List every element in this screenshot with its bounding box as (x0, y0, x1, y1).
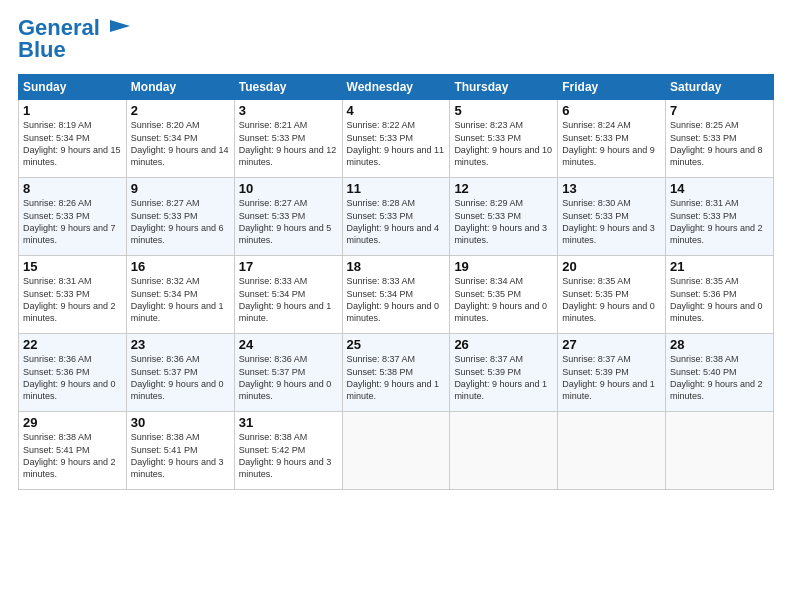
day-number: 22 (23, 337, 122, 352)
week-row-3: 15 Sunrise: 8:31 AM Sunset: 5:33 PM Dayl… (19, 256, 774, 334)
cell-info: Sunrise: 8:20 AM Sunset: 5:34 PM Dayligh… (131, 119, 230, 168)
calendar-cell: 24 Sunrise: 8:36 AM Sunset: 5:37 PM Dayl… (234, 334, 342, 412)
calendar-cell: 28 Sunrise: 8:38 AM Sunset: 5:40 PM Dayl… (666, 334, 774, 412)
cell-info: Sunrise: 8:28 AM Sunset: 5:33 PM Dayligh… (347, 197, 446, 246)
calendar-cell: 16 Sunrise: 8:32 AM Sunset: 5:34 PM Dayl… (126, 256, 234, 334)
cell-info: Sunrise: 8:35 AM Sunset: 5:35 PM Dayligh… (562, 275, 661, 324)
cell-info: Sunrise: 8:22 AM Sunset: 5:33 PM Dayligh… (347, 119, 446, 168)
calendar-cell: 2 Sunrise: 8:20 AM Sunset: 5:34 PM Dayli… (126, 100, 234, 178)
day-number: 1 (23, 103, 122, 118)
day-number: 28 (670, 337, 769, 352)
day-number: 27 (562, 337, 661, 352)
weekday-sunday: Sunday (19, 75, 127, 100)
calendar-cell (342, 412, 450, 490)
cell-info: Sunrise: 8:37 AM Sunset: 5:39 PM Dayligh… (454, 353, 553, 402)
svg-marker-0 (110, 20, 130, 32)
weekday-header-row: SundayMondayTuesdayWednesdayThursdayFrid… (19, 75, 774, 100)
cell-info: Sunrise: 8:36 AM Sunset: 5:37 PM Dayligh… (239, 353, 338, 402)
cell-info: Sunrise: 8:30 AM Sunset: 5:33 PM Dayligh… (562, 197, 661, 246)
day-number: 17 (239, 259, 338, 274)
week-row-1: 1 Sunrise: 8:19 AM Sunset: 5:34 PM Dayli… (19, 100, 774, 178)
calendar-table: SundayMondayTuesdayWednesdayThursdayFrid… (18, 74, 774, 490)
day-number: 9 (131, 181, 230, 196)
calendar-cell: 7 Sunrise: 8:25 AM Sunset: 5:33 PM Dayli… (666, 100, 774, 178)
day-number: 25 (347, 337, 446, 352)
day-number: 29 (23, 415, 122, 430)
day-number: 11 (347, 181, 446, 196)
calendar-cell: 29 Sunrise: 8:38 AM Sunset: 5:41 PM Dayl… (19, 412, 127, 490)
weekday-monday: Monday (126, 75, 234, 100)
cell-info: Sunrise: 8:33 AM Sunset: 5:34 PM Dayligh… (239, 275, 338, 324)
day-number: 12 (454, 181, 553, 196)
day-number: 8 (23, 181, 122, 196)
calendar-cell: 12 Sunrise: 8:29 AM Sunset: 5:33 PM Dayl… (450, 178, 558, 256)
weekday-wednesday: Wednesday (342, 75, 450, 100)
calendar-cell: 18 Sunrise: 8:33 AM Sunset: 5:34 PM Dayl… (342, 256, 450, 334)
day-number: 14 (670, 181, 769, 196)
calendar-cell: 22 Sunrise: 8:36 AM Sunset: 5:36 PM Dayl… (19, 334, 127, 412)
calendar-cell: 26 Sunrise: 8:37 AM Sunset: 5:39 PM Dayl… (450, 334, 558, 412)
calendar-cell: 5 Sunrise: 8:23 AM Sunset: 5:33 PM Dayli… (450, 100, 558, 178)
cell-info: Sunrise: 8:31 AM Sunset: 5:33 PM Dayligh… (23, 275, 122, 324)
calendar-cell: 20 Sunrise: 8:35 AM Sunset: 5:35 PM Dayl… (558, 256, 666, 334)
calendar-cell: 1 Sunrise: 8:19 AM Sunset: 5:34 PM Dayli… (19, 100, 127, 178)
calendar-cell: 17 Sunrise: 8:33 AM Sunset: 5:34 PM Dayl… (234, 256, 342, 334)
day-number: 4 (347, 103, 446, 118)
logo: General Blue (18, 16, 136, 62)
day-number: 7 (670, 103, 769, 118)
week-row-4: 22 Sunrise: 8:36 AM Sunset: 5:36 PM Dayl… (19, 334, 774, 412)
week-row-2: 8 Sunrise: 8:26 AM Sunset: 5:33 PM Dayli… (19, 178, 774, 256)
cell-info: Sunrise: 8:27 AM Sunset: 5:33 PM Dayligh… (239, 197, 338, 246)
cell-info: Sunrise: 8:23 AM Sunset: 5:33 PM Dayligh… (454, 119, 553, 168)
day-number: 5 (454, 103, 553, 118)
header: General Blue (18, 16, 774, 62)
cell-info: Sunrise: 8:35 AM Sunset: 5:36 PM Dayligh… (670, 275, 769, 324)
calendar-cell (666, 412, 774, 490)
calendar-cell: 11 Sunrise: 8:28 AM Sunset: 5:33 PM Dayl… (342, 178, 450, 256)
day-number: 2 (131, 103, 230, 118)
day-number: 24 (239, 337, 338, 352)
day-number: 23 (131, 337, 230, 352)
logo-flag-icon (108, 18, 134, 40)
calendar-cell (450, 412, 558, 490)
calendar-cell: 27 Sunrise: 8:37 AM Sunset: 5:39 PM Dayl… (558, 334, 666, 412)
calendar-cell: 10 Sunrise: 8:27 AM Sunset: 5:33 PM Dayl… (234, 178, 342, 256)
cell-info: Sunrise: 8:38 AM Sunset: 5:41 PM Dayligh… (23, 431, 122, 480)
calendar-cell (558, 412, 666, 490)
calendar-cell: 14 Sunrise: 8:31 AM Sunset: 5:33 PM Dayl… (666, 178, 774, 256)
day-number: 19 (454, 259, 553, 274)
day-number: 30 (131, 415, 230, 430)
calendar-cell: 13 Sunrise: 8:30 AM Sunset: 5:33 PM Dayl… (558, 178, 666, 256)
cell-info: Sunrise: 8:38 AM Sunset: 5:41 PM Dayligh… (131, 431, 230, 480)
day-number: 21 (670, 259, 769, 274)
calendar-cell: 25 Sunrise: 8:37 AM Sunset: 5:38 PM Dayl… (342, 334, 450, 412)
cell-info: Sunrise: 8:31 AM Sunset: 5:33 PM Dayligh… (670, 197, 769, 246)
cell-info: Sunrise: 8:26 AM Sunset: 5:33 PM Dayligh… (23, 197, 122, 246)
cell-info: Sunrise: 8:29 AM Sunset: 5:33 PM Dayligh… (454, 197, 553, 246)
calendar-cell: 9 Sunrise: 8:27 AM Sunset: 5:33 PM Dayli… (126, 178, 234, 256)
cell-info: Sunrise: 8:21 AM Sunset: 5:33 PM Dayligh… (239, 119, 338, 168)
cell-info: Sunrise: 8:24 AM Sunset: 5:33 PM Dayligh… (562, 119, 661, 168)
cell-info: Sunrise: 8:25 AM Sunset: 5:33 PM Dayligh… (670, 119, 769, 168)
day-number: 10 (239, 181, 338, 196)
calendar-cell: 31 Sunrise: 8:38 AM Sunset: 5:42 PM Dayl… (234, 412, 342, 490)
cell-info: Sunrise: 8:33 AM Sunset: 5:34 PM Dayligh… (347, 275, 446, 324)
calendar-cell: 23 Sunrise: 8:36 AM Sunset: 5:37 PM Dayl… (126, 334, 234, 412)
day-number: 26 (454, 337, 553, 352)
cell-info: Sunrise: 8:32 AM Sunset: 5:34 PM Dayligh… (131, 275, 230, 324)
day-number: 16 (131, 259, 230, 274)
cell-info: Sunrise: 8:36 AM Sunset: 5:36 PM Dayligh… (23, 353, 122, 402)
calendar-cell: 3 Sunrise: 8:21 AM Sunset: 5:33 PM Dayli… (234, 100, 342, 178)
day-number: 18 (347, 259, 446, 274)
weekday-tuesday: Tuesday (234, 75, 342, 100)
page: General Blue SundayMondayTuesdayWednesda… (0, 0, 792, 612)
day-number: 31 (239, 415, 338, 430)
logo-blue: Blue (18, 38, 136, 62)
cell-info: Sunrise: 8:37 AM Sunset: 5:38 PM Dayligh… (347, 353, 446, 402)
cell-info: Sunrise: 8:34 AM Sunset: 5:35 PM Dayligh… (454, 275, 553, 324)
calendar-cell: 19 Sunrise: 8:34 AM Sunset: 5:35 PM Dayl… (450, 256, 558, 334)
day-number: 6 (562, 103, 661, 118)
calendar-cell: 4 Sunrise: 8:22 AM Sunset: 5:33 PM Dayli… (342, 100, 450, 178)
week-row-5: 29 Sunrise: 8:38 AM Sunset: 5:41 PM Dayl… (19, 412, 774, 490)
cell-info: Sunrise: 8:37 AM Sunset: 5:39 PM Dayligh… (562, 353, 661, 402)
